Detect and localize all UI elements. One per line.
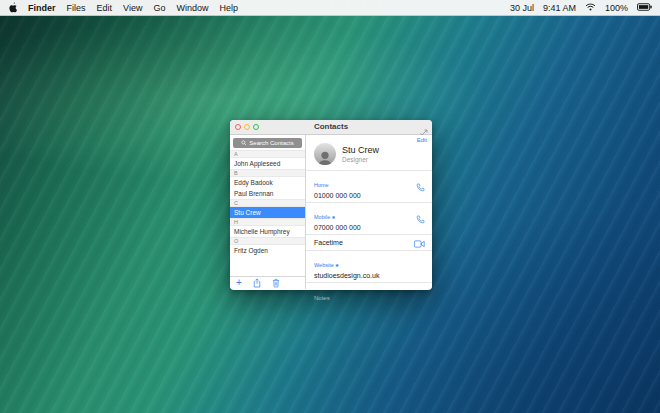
contact-list-item[interactable]: Fritz Ogden (230, 245, 305, 256)
contact-detail-pane: Edit Stu Crew Designer Home 01000 000 00… (306, 135, 432, 289)
field-mobile-phone: Mobile★ 07000 000 000 (306, 202, 432, 234)
delete-contact-button[interactable] (272, 274, 280, 289)
field-label-website: Website (314, 262, 334, 268)
share-button[interactable] (253, 274, 261, 289)
menu-item-view[interactable]: View (123, 0, 142, 16)
search-input[interactable]: Search Contacts (233, 138, 302, 148)
close-button[interactable] (235, 124, 241, 130)
contact-header: Stu Crew Designer (306, 135, 432, 170)
field-label-mobile: Mobile (314, 214, 330, 220)
menu-clock[interactable]: 9:41 AM (543, 3, 576, 13)
contacts-sidebar: Search Contacts A John Appleseed B Eddy … (230, 135, 306, 289)
call-phone-icon[interactable] (416, 178, 425, 196)
field-label-notes: Notes (314, 295, 330, 301)
favorite-star-icon: ★ (335, 262, 339, 268)
search-icon (241, 140, 247, 147)
window-body: Search Contacts A John Appleseed B Eddy … (230, 135, 432, 289)
group-letter: O (230, 237, 305, 245)
edit-button[interactable]: Edit (417, 137, 427, 143)
menu-item-help[interactable]: Help (219, 0, 238, 16)
menu-bar: Finder Files Edit View Go Window Help 30… (0, 0, 660, 16)
website-value[interactable]: studioesdesign.co.uk (314, 272, 424, 279)
video-call-icon[interactable] (414, 234, 425, 252)
wifi-icon[interactable] (585, 3, 596, 13)
field-website: Website★ studioesdesign.co.uk (306, 250, 432, 282)
search-placeholder: Search Contacts (249, 140, 293, 146)
contact-name: Stu Crew (342, 145, 379, 155)
contact-list-item[interactable]: Michelle Humphrey (230, 226, 305, 237)
field-home-phone: Home 01000 000 000 (306, 170, 432, 202)
field-facetime: Facetime (306, 234, 432, 250)
zoom-button[interactable] (253, 124, 259, 130)
apple-menu-icon[interactable] (8, 2, 17, 13)
contact-avatar (314, 143, 336, 165)
window-title: Contacts (230, 120, 432, 134)
battery-percent[interactable]: 100% (605, 3, 628, 13)
field-label-home: Home (314, 182, 329, 188)
call-phone-icon[interactable] (416, 210, 425, 228)
sidebar-toolbar: + (230, 276, 305, 289)
contact-list-item[interactable]: John Appleseed (230, 158, 305, 169)
contact-list-item-selected[interactable]: Stu Crew (230, 207, 305, 218)
group-letter: H (230, 218, 305, 226)
menu-item-files[interactable]: Files (67, 0, 86, 16)
minimize-button[interactable] (244, 124, 250, 130)
window-titlebar[interactable]: Contacts (230, 120, 432, 135)
home-phone-value: 01000 000 000 (314, 192, 424, 199)
mobile-phone-value: 07000 000 000 (314, 224, 424, 231)
group-letter: A (230, 150, 305, 158)
contact-list-item[interactable]: Eddy Badook (230, 177, 305, 188)
menu-item-finder[interactable]: Finder (28, 0, 56, 16)
contacts-window: Contacts Search Contacts A John Applesee… (230, 120, 432, 290)
contact-list-item[interactable]: Paul Brennan (230, 188, 305, 199)
add-contact-button[interactable]: + (236, 278, 242, 288)
menu-date[interactable]: 30 Jul (510, 3, 534, 13)
group-letter: B (230, 169, 305, 177)
favorite-star-icon: ★ (331, 214, 335, 220)
group-letter: C (230, 199, 305, 207)
menu-item-edit[interactable]: Edit (97, 0, 113, 16)
menu-left: Finder Files Edit View Go Window Help (8, 0, 238, 16)
field-notes[interactable]: Notes (306, 282, 432, 307)
menu-item-window[interactable]: Window (176, 0, 208, 16)
traffic-lights (235, 124, 259, 130)
menu-item-go[interactable]: Go (153, 0, 165, 16)
contact-role: Designer (342, 156, 379, 163)
menu-status-area: 30 Jul 9:41 AM 100% (510, 3, 652, 13)
battery-icon[interactable] (637, 3, 652, 13)
facetime-label: Facetime (314, 239, 424, 246)
